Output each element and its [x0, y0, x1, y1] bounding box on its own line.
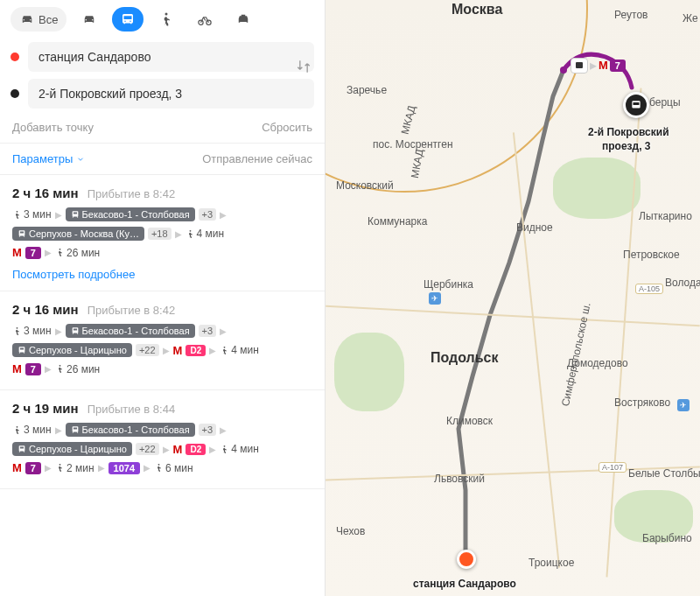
map-place-label: Львовский [434, 473, 485, 485]
walk-segment: 4 мин [186, 228, 225, 240]
depart-now-label[interactable]: Отправление сейчас [202, 152, 312, 165]
metro-m-icon: М [12, 461, 22, 474]
map-place-label: Чехов [336, 525, 365, 537]
extra-count: +22 [136, 443, 159, 455]
segment-row: М7▶2 мин▶1074▶6 мин [12, 461, 312, 474]
car-icon [19, 11, 35, 27]
svg-point-3 [17, 210, 18, 212]
arrow-icon: ▶ [163, 346, 170, 355]
destination-marker[interactable] [623, 92, 649, 118]
map-place-label: Коммунарка [368, 215, 427, 228]
arrow-icon: ▶ [98, 463, 105, 473]
extra-count: +3 [199, 424, 217, 436]
train-chip: Бекасово-1 - Столбовая [66, 207, 195, 221]
metro-line-badge: 7 [25, 247, 41, 259]
route-card[interactable]: 2 ч 19 минПрибытие в 8:443 мин▶Бекасово-… [0, 390, 325, 489]
extra-count: +3 [199, 325, 217, 337]
airport-icon: ✈ [677, 399, 690, 411]
mode-all-label: Все [38, 13, 58, 26]
map-place-label: Володарс [665, 277, 700, 289]
walk-icon [158, 11, 174, 27]
svg-point-12 [158, 464, 160, 466]
walk-segment: 26 мин [55, 247, 100, 259]
params-label: Параметры [12, 152, 73, 165]
arrow-icon: ▶ [209, 445, 216, 454]
arrow-icon: ▶ [175, 229, 182, 239]
mode-all-button[interactable]: Все [10, 7, 66, 32]
arrow-icon: ▶ [209, 346, 216, 355]
route-card[interactable]: 2 ч 16 минПрибытие в 8:423 мин▶Бекасово-… [0, 291, 325, 390]
mode-transit-button[interactable] [112, 7, 144, 32]
add-reset-row: Добавить точку Сбросить [0, 116, 325, 143]
from-input[interactable] [28, 42, 314, 72]
segment-row: Серпухов - Царицыно+22▶МD2▶4 мин [12, 442, 312, 456]
route-header: 2 ч 16 минПрибытие в 8:42 [12, 186, 312, 200]
origin-marker[interactable] [457, 550, 476, 569]
map-place-label: Подольск [430, 350, 499, 366]
map-place-label: Же [682, 12, 698, 25]
arrow-icon: ▶ [45, 248, 52, 257]
walk-segment: 3 мин [12, 208, 52, 221]
from-dot-icon [10, 53, 19, 61]
mode-tabs: Все [0, 0, 325, 39]
bus-icon [574, 60, 584, 71]
segment-row: 3 мин▶Бекасово-1 - Столбовая+3▶ [12, 423, 312, 437]
train-chip: Серпухов - Царицыно [12, 343, 132, 357]
to-input[interactable] [28, 79, 314, 109]
bus-badge: 1074 [108, 462, 140, 474]
arrow-icon: ▶ [55, 425, 62, 435]
mode-taxi-button[interactable] [228, 7, 259, 32]
segment-row: Серпухов - Царицыно+22▶МD2▶4 мин [12, 343, 312, 357]
metro-m-icon: М [598, 59, 608, 72]
segment-row: М7▶26 мин [12, 362, 312, 375]
svg-point-9 [17, 425, 18, 427]
walk-segment: 26 мин [55, 363, 100, 375]
map-place-label: Барыбино [642, 532, 692, 544]
destination-label-2: проезд, 3 [602, 140, 651, 152]
map-place-label: Видное [516, 221, 553, 234]
map-place-label: Белые Столбы [628, 467, 700, 480]
sidebar: Все [0, 0, 326, 596]
metro-map-badge: ▸ М 7 [570, 57, 626, 74]
map-place-label: Реутов [614, 9, 648, 21]
chevron-down-icon [76, 155, 85, 164]
arrow-icon: ▶ [144, 463, 150, 473]
bike-icon [197, 11, 213, 27]
point-to-row [10, 79, 314, 109]
mode-car-button[interactable] [74, 7, 105, 32]
arrow-icon: ▶ [55, 210, 62, 220]
train-chip: Бекасово-1 - Столбовая [66, 324, 195, 338]
swap-button[interactable] [295, 58, 312, 75]
segment-row: 3 мин▶Бекасово-1 - Столбовая+3▶ [12, 207, 312, 221]
arrow-icon: ▶ [220, 326, 227, 336]
route-duration: 2 ч 16 мин [12, 302, 79, 317]
to-dot-icon [10, 89, 19, 98]
road-badge: A-107 [598, 462, 626, 473]
bus-icon [630, 99, 642, 111]
arrow-icon: ▶ [220, 210, 227, 220]
params-link[interactable]: Параметры [12, 152, 85, 165]
swap-icon [295, 58, 312, 75]
arrow-icon: ▶ [45, 463, 52, 473]
extra-count: +3 [199, 208, 217, 221]
details-link[interactable]: Посмотреть подробнее [12, 268, 135, 281]
svg-point-8 [60, 365, 61, 367]
arrow-icon: ▶ [55, 326, 62, 336]
reset-link[interactable]: Сбросить [262, 121, 312, 134]
route-duration: 2 ч 19 мин [12, 401, 79, 416]
extra-count: +18 [148, 228, 172, 240]
mode-bike-button[interactable] [189, 7, 220, 32]
params-row: Параметры Отправление сейчас [0, 143, 325, 175]
metro-m-icon: М [12, 362, 22, 375]
origin-label: станция Сандарово [413, 578, 516, 590]
segment-row: 3 мин▶Бекасово-1 - Столбовая+3▶ [12, 324, 312, 338]
mode-walk-button[interactable] [150, 7, 182, 32]
moscow-label: Москва [452, 2, 502, 18]
metro-line-badge: 7 [25, 363, 41, 375]
map[interactable]: Москва РеутовЖеберцыЗаречьепос. Мосрентг… [326, 0, 700, 596]
route-arrival: Прибытие в 8:42 [88, 187, 176, 200]
route-card[interactable]: 2 ч 16 минПрибытие в 8:423 мин▶Бекасово-… [0, 175, 325, 291]
add-point-link[interactable]: Добавить точку [12, 121, 94, 134]
airport-icon: ✈ [429, 292, 441, 305]
map-place-label: Заречье [346, 84, 387, 96]
